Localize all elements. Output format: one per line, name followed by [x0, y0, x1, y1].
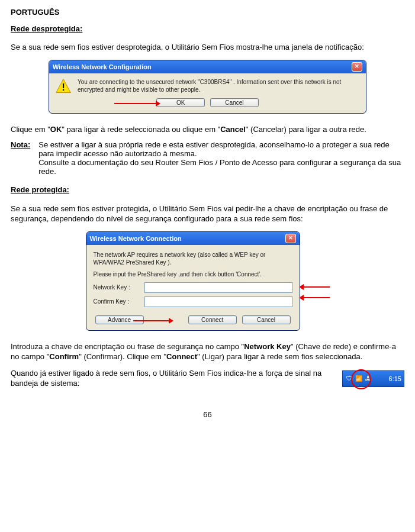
circle-annotation: [351, 369, 371, 389]
close-icon[interactable]: ✕: [352, 62, 362, 72]
page-number: 66: [11, 410, 404, 419]
note-block: Nota: Se estiver a ligar à sua própria r…: [11, 140, 404, 176]
systray-time: 6:15: [389, 375, 401, 382]
dialog-message: You are connecting to the unsecured netw…: [78, 78, 360, 93]
systray-figure: 🛡 📶 🖧 6:15: [342, 370, 404, 387]
arrows-right-annotation: [304, 286, 330, 298]
para-unprotected: Se a sua rede sem fios estiver desproteg…: [11, 42, 404, 53]
confirm-key-input[interactable]: [144, 296, 292, 307]
warning-icon: !: [55, 78, 72, 95]
svg-text:!: !: [62, 82, 65, 92]
heading-unprotected: Rede desprotegida:: [11, 24, 404, 34]
network-key-label: Network Key :: [94, 284, 144, 291]
figure-dlg2: Wireless Network Connection ✕ The networ…: [11, 231, 404, 331]
confirm-key-label: Confirm Key :: [94, 298, 144, 305]
figure-dlg1: Wireless Network Configuration ✕ ! You a…: [11, 60, 404, 114]
dialog-titlebar: Wireless Network Configuration ✕: [49, 60, 366, 73]
para-click-ok: Clique em "OK" para ligar à rede selecci…: [11, 124, 404, 135]
ok-button[interactable]: OK: [156, 98, 205, 107]
para-signal: Quando já estiver ligado à rede sem fios…: [11, 368, 336, 389]
heading-protected: Rede protegida:: [11, 185, 404, 195]
doc-language: PORTUGUÊS: [11, 7, 404, 18]
dialog2-msg2: Please input the PreShared key ,and then…: [94, 271, 292, 278]
connect-button[interactable]: Connect: [188, 315, 237, 324]
note-body: Se estiver a ligar à sua própria rede e …: [38, 140, 404, 176]
dialog2-msg1: The network AP requires a network key (a…: [94, 251, 292, 266]
dialog-connection: Wireless Network Connection ✕ The networ…: [86, 231, 300, 331]
cancel-button[interactable]: Cancel: [210, 98, 259, 107]
systray: 🛡 📶 🖧 6:15: [342, 370, 404, 387]
para-enter-key: Introduza a chave de encriptação ou fras…: [11, 341, 404, 362]
note-label: Nota:: [11, 140, 38, 176]
para-protected: Se a sua rede sem fios estiver protegida…: [11, 204, 404, 224]
dialog-title-text: Wireless Network Configuration: [53, 63, 152, 70]
cancel-button[interactable]: Cancel: [242, 315, 291, 324]
network-key-input[interactable]: [144, 282, 292, 293]
arrow-annotation: [133, 320, 169, 321]
dialog2-title-text: Wireless Network Connection: [90, 235, 182, 242]
dialog-unsecured: Wireless Network Configuration ✕ ! You a…: [49, 60, 366, 114]
close-icon[interactable]: ✕: [285, 234, 296, 243]
arrow-annotation: [114, 103, 156, 104]
dialog2-titlebar: Wireless Network Connection ✕: [86, 232, 300, 245]
